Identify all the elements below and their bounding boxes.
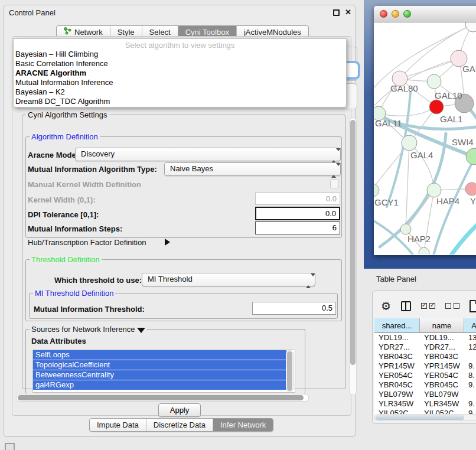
table-cell[interactable] <box>464 352 476 361</box>
tab-impute-data[interactable]: Impute Data <box>90 419 146 431</box>
network-node[interactable] <box>419 247 429 255</box>
table-cell[interactable] <box>464 390 476 399</box>
attribute-list-item[interactable]: SelfLoops <box>33 350 286 360</box>
table-panel-title: Table Panel <box>376 275 416 283</box>
network-node[interactable] <box>427 183 441 197</box>
table-cell[interactable]: 12 <box>464 343 476 352</box>
network-graph[interactable]: GALGAL80GAL10GAL1GAL11SWI4GAL4GCY1HAP4YH… <box>374 22 476 255</box>
network-node[interactable] <box>465 182 476 195</box>
network-edge[interactable] <box>406 143 409 229</box>
manual-kernel-width-checkbox[interactable] <box>330 180 339 188</box>
network-view-window[interactable]: GALGAL80GAL10GAL1GAL11SWI4GAL4GCY1HAP4YH… <box>374 6 476 255</box>
mi-threshold-field[interactable]: 0.5 <box>252 302 336 315</box>
network-edge[interactable] <box>449 222 476 255</box>
attributes-list-scrollbar[interactable] <box>286 350 294 392</box>
node-label: GAL4 <box>410 150 433 160</box>
network-node[interactable] <box>374 184 379 197</box>
node-label: SWI4 <box>452 137 474 147</box>
minimize-traffic-light[interactable] <box>392 10 399 18</box>
network-node[interactable] <box>400 224 411 234</box>
table-cell[interactable]: YDL19... <box>374 333 420 343</box>
collapsed-panel-icon[interactable] <box>5 443 15 450</box>
table-column-header[interactable]: name <box>420 318 464 333</box>
table-cell[interactable]: 13 <box>464 333 476 343</box>
table-cell[interactable]: 9. <box>464 361 476 371</box>
table-cell[interactable]: YBL079W <box>420 390 464 399</box>
table-cell[interactable]: YDR27... <box>420 343 464 352</box>
table-cell[interactable]: 9. <box>464 380 476 390</box>
table-cell[interactable]: YER054C <box>374 371 420 380</box>
algorithm-option[interactable]: Basic Correlation Inference <box>14 59 346 69</box>
table-cell[interactable]: YBR043C <box>420 352 464 361</box>
settings-horizontal-scrollbar[interactable] <box>16 394 309 402</box>
tab-discretize-data[interactable]: Discretize Data <box>146 419 213 431</box>
table-cell[interactable]: 8. <box>464 371 476 380</box>
which-threshold-select[interactable]: MI Threshold <box>142 273 315 286</box>
expand-arrow-icon[interactable] <box>165 237 170 246</box>
kernel-width-field[interactable]: 0.0 <box>255 193 340 205</box>
network-edge[interactable] <box>374 143 409 190</box>
network-node[interactable] <box>427 74 441 89</box>
select-all-columns-icon[interactable] <box>421 303 435 309</box>
node-table: shared...nameA YDL19...YDL19...13YDR27..… <box>374 318 476 416</box>
algorithm-option[interactable]: Mutual Information Inference <box>14 78 346 87</box>
table-toolbar: ⚙ <box>373 296 476 316</box>
algorithm-option[interactable]: ARACNE Algorithm <box>14 69 346 78</box>
attribute-list-item[interactable]: BetweennessCentrality <box>33 370 286 380</box>
settings-vertical-scrollbar[interactable] <box>349 118 357 395</box>
table-column-header[interactable]: A <box>464 318 476 333</box>
table-cell[interactable]: YDR27... <box>374 343 420 352</box>
popup-prompt: Select algorithm to view settings <box>14 39 346 50</box>
table-cell[interactable]: YPR145W <box>420 361 464 371</box>
algorithm-option[interactable]: Bayesian – K2 <box>14 87 346 97</box>
table-cell[interactable]: 9. <box>464 399 476 409</box>
hub-tf-definition-label: Hub/Transcription Factor Definition <box>28 238 146 247</box>
table-horizontal-scrollbar[interactable] <box>374 414 476 421</box>
which-threshold-label: Which threshold to use: <box>54 276 142 285</box>
control-panel-titlebar: Control Panel ✕ <box>4 5 355 21</box>
tab-infer-network[interactable]: Infer Network <box>213 419 273 431</box>
float-window-icon[interactable] <box>333 9 340 16</box>
deselect-all-columns-icon[interactable] <box>445 303 459 309</box>
node-label: GCY1 <box>374 197 399 207</box>
table-cell[interactable]: YBR045C <box>420 380 464 390</box>
network-window-titlebar[interactable] <box>374 6 476 22</box>
table-column-header[interactable]: shared... <box>374 318 420 333</box>
close-icon[interactable]: ✕ <box>345 8 351 17</box>
table-cell[interactable]: YLR345W <box>420 399 464 409</box>
group-title: Threshold Definition <box>30 255 102 264</box>
data-attributes-list[interactable]: SelfLoopsTopologicalCoefficientBetweenne… <box>32 350 295 393</box>
table-cell[interactable]: YBR043C <box>374 352 420 361</box>
new-table-icon[interactable] <box>470 300 476 312</box>
combo-arrows-icon <box>331 150 336 162</box>
cytoscape-desktop: GALGAL80GAL10GAL1GAL11SWI4GAL4GCY1HAP4YH… <box>364 0 476 269</box>
close-traffic-light[interactable] <box>380 10 387 18</box>
table-cell[interactable]: YER054C <box>420 371 464 380</box>
mi-steps-field[interactable]: 6 <box>255 221 340 234</box>
table-cell[interactable]: YBL079W <box>374 390 420 399</box>
aracne-mode-select[interactable]: Discovery <box>75 148 341 161</box>
manual-kernel-width-label: Manual Kernel Width Definition <box>28 180 141 189</box>
apply-button[interactable]: Apply <box>158 403 201 417</box>
table-cell[interactable]: YBR045C <box>374 380 420 390</box>
algorithm-option[interactable]: Bayesian – Hill Climbing <box>14 50 346 59</box>
mi-steps-label: Mutual Information Steps: <box>28 224 122 233</box>
gear-icon[interactable]: ⚙ <box>381 301 391 312</box>
attribute-list-item[interactable]: TopologicalCoefficient <box>33 360 286 370</box>
network-node[interactable] <box>402 135 417 151</box>
mi-algorithm-type-select[interactable]: Naive Bayes <box>164 162 341 176</box>
collapse-arrow-icon[interactable] <box>137 328 145 333</box>
table-cell[interactable]: YLR345W <box>374 399 420 409</box>
table-cell[interactable]: YPR145W <box>374 361 420 371</box>
column-view-icon[interactable] <box>401 301 411 311</box>
network-node[interactable] <box>465 22 476 32</box>
aracne-mode-label: Aracne Mode: <box>28 151 79 159</box>
zoom-traffic-light[interactable] <box>403 10 411 18</box>
table-cell[interactable]: YDL19... <box>420 333 464 343</box>
dpi-tolerance-field[interactable]: 0.0 <box>255 207 340 220</box>
network-node[interactable] <box>466 148 476 165</box>
network-canvas[interactable]: GALGAL80GAL10GAL1GAL11SWI4GAL4GCY1HAP4YH… <box>374 22 476 255</box>
attribute-list-item[interactable]: gal4RGexp <box>33 380 286 390</box>
algorithm-option[interactable]: Dream8 DC_TDC Algorithm <box>14 97 346 106</box>
network-node[interactable] <box>429 100 444 114</box>
